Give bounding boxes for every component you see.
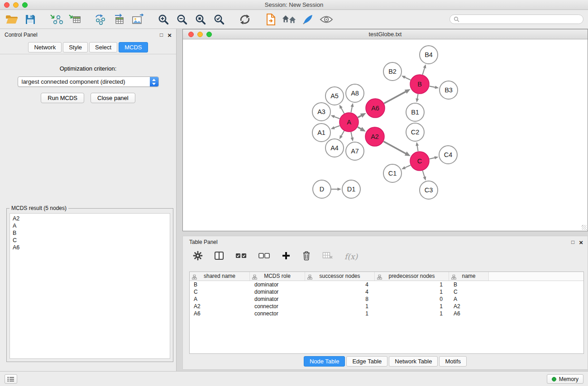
network-close-button[interactable] xyxy=(188,32,194,37)
close-panel-icon[interactable]: × xyxy=(167,32,172,38)
graph-node-A7[interactable]: A7 xyxy=(346,142,364,160)
graph-node-D1[interactable]: D1 xyxy=(342,180,360,198)
column-header-shared-name[interactable]: shared name xyxy=(190,272,250,281)
task-history-button[interactable] xyxy=(5,374,17,384)
optimization-criterion-select[interactable]: largest connected component (directed) xyxy=(18,76,159,87)
graph-edge-D-D1[interactable] xyxy=(331,188,341,191)
tab-node-table[interactable]: Node Table xyxy=(304,356,345,367)
run-mcds-button[interactable]: Run MCDS xyxy=(41,93,84,103)
graph-node-A1[interactable]: A1 xyxy=(312,124,330,142)
graph-edge-A-A1[interactable] xyxy=(331,126,340,129)
graph-edge-A-A3[interactable] xyxy=(331,115,340,119)
column-header-mcds-role[interactable]: MCDS role xyxy=(250,272,305,281)
graph-node-B4[interactable]: B4 xyxy=(420,46,438,64)
graph-node-C3[interactable]: C3 xyxy=(420,181,438,199)
graph-node-C4[interactable]: C4 xyxy=(439,146,457,164)
float-panel-icon[interactable]: □ xyxy=(160,29,163,41)
graph-edge-A-A5[interactable] xyxy=(339,105,344,113)
graph-node-B3[interactable]: B3 xyxy=(440,81,458,99)
delete-table-button[interactable] xyxy=(322,251,333,262)
zoom-selected-button[interactable] xyxy=(212,12,226,27)
graph-node-A8[interactable]: A8 xyxy=(346,84,364,102)
tab-edge-table[interactable]: Edge Table xyxy=(346,356,387,367)
graph-edge-A-A6[interactable] xyxy=(358,113,366,118)
refresh-layout-button[interactable] xyxy=(238,12,252,27)
function-builder-button[interactable]: f(x) xyxy=(344,252,358,261)
graph-edge-A-A2[interactable] xyxy=(358,127,366,132)
delete-column-button[interactable] xyxy=(302,251,311,262)
graph-edge-B-B4[interactable] xyxy=(422,64,426,75)
table-row[interactable]: A6connector11A6 xyxy=(190,310,583,317)
tab-mcds[interactable]: MCDS xyxy=(119,42,148,52)
network-minimize-button[interactable] xyxy=(197,32,203,37)
table-row[interactable]: A2connector11A2 xyxy=(190,303,583,310)
mcds-result-list[interactable]: A2ABCA6 xyxy=(10,213,170,359)
graph-node-A3[interactable]: A3 xyxy=(312,103,330,121)
column-header-successor-nodes[interactable]: successor nodes xyxy=(305,272,375,281)
network-overview-button[interactable] xyxy=(282,12,296,27)
resize-grip[interactable] xyxy=(582,225,587,230)
float-table-panel-icon[interactable]: □ xyxy=(571,236,574,248)
graph-node-A[interactable]: A xyxy=(339,113,359,132)
graph-node-C1[interactable]: C1 xyxy=(383,164,402,182)
network-canvas[interactable]: B4B2BB3A8A5A6A3B1AA1C2A2A4A7C4CC1C3DD1 xyxy=(183,40,588,231)
graph-edge-B-B2[interactable] xyxy=(402,76,411,80)
open-file-button[interactable] xyxy=(5,12,19,27)
deselect-all-button[interactable] xyxy=(258,252,270,261)
graph-edge-C-C4[interactable] xyxy=(429,156,438,159)
graph-edge-B-B1[interactable] xyxy=(416,94,419,103)
table-row[interactable]: Bdominator41B xyxy=(190,281,583,288)
minimize-window-button[interactable] xyxy=(13,2,19,8)
save-session-button[interactable] xyxy=(23,12,38,27)
graph-node-B[interactable]: B xyxy=(410,75,429,94)
mcds-result-item[interactable]: C xyxy=(10,237,170,244)
zoom-fit-button[interactable] xyxy=(193,12,208,27)
search-field[interactable] xyxy=(449,14,583,24)
mcds-result-item[interactable]: A xyxy=(10,222,170,229)
tab-network[interactable]: Network xyxy=(28,42,62,52)
graph-edge-A-A4[interactable] xyxy=(339,131,344,139)
graph-node-A6[interactable]: A6 xyxy=(366,99,385,118)
graph-edge-A-A7[interactable] xyxy=(350,132,354,142)
export-table-button[interactable] xyxy=(112,12,126,27)
table-row[interactable]: Cdominator41C xyxy=(190,288,583,295)
zoom-window-button[interactable] xyxy=(22,2,28,8)
memory-button[interactable]: Memory xyxy=(547,374,583,384)
show-column-button[interactable] xyxy=(214,251,224,262)
table-row[interactable]: Adominator80A xyxy=(190,295,583,303)
import-network-button[interactable] xyxy=(49,12,63,27)
column-header-name[interactable]: name xyxy=(449,272,489,281)
graph-node-B1[interactable]: B1 xyxy=(406,103,424,121)
close-table-panel-icon[interactable]: × xyxy=(579,239,583,246)
select-all-button[interactable] xyxy=(235,252,247,261)
network-window-titlebar[interactable]: testGlobe.txt xyxy=(183,29,588,39)
column-header-predecessor-nodes[interactable]: predecessor nodes xyxy=(375,272,449,281)
graph-node-A5[interactable]: A5 xyxy=(325,87,344,105)
import-table-button[interactable] xyxy=(67,12,82,27)
graph-node-B2[interactable]: B2 xyxy=(383,62,402,81)
graph-edge-A2-C[interactable] xyxy=(383,142,410,156)
search-input[interactable] xyxy=(462,16,579,23)
zoom-in-button[interactable] xyxy=(156,12,171,27)
table-settings-button[interactable] xyxy=(193,251,203,262)
show-graphics-button[interactable] xyxy=(319,12,334,27)
export-image-button[interactable] xyxy=(130,12,145,27)
tab-motifs[interactable]: Motifs xyxy=(439,356,467,367)
graph-node-A2[interactable]: A2 xyxy=(365,127,384,146)
graph-edge-C-C1[interactable] xyxy=(402,165,411,169)
close-panel-button[interactable]: Close panel xyxy=(91,93,135,103)
tab-select[interactable]: Select xyxy=(89,42,117,52)
zoom-out-button[interactable] xyxy=(175,12,189,27)
graph-edge-A6-B[interactable] xyxy=(384,89,410,104)
network-zoom-button[interactable] xyxy=(206,32,212,37)
node-table[interactable]: shared nameMCDS rolesuccessor nodesprede… xyxy=(189,272,584,354)
graph-node-C[interactable]: C xyxy=(410,152,429,171)
add-column-button[interactable] xyxy=(282,251,291,262)
graph-edge-C-C3[interactable] xyxy=(423,171,426,181)
mcds-result-item[interactable]: B xyxy=(10,229,170,237)
style-brush-button[interactable] xyxy=(301,12,315,27)
mcds-result-item[interactable]: A6 xyxy=(10,244,170,251)
open-document-button[interactable] xyxy=(263,12,278,27)
tab-network-table[interactable]: Network Table xyxy=(389,356,438,367)
mcds-result-item[interactable]: A2 xyxy=(10,215,170,222)
